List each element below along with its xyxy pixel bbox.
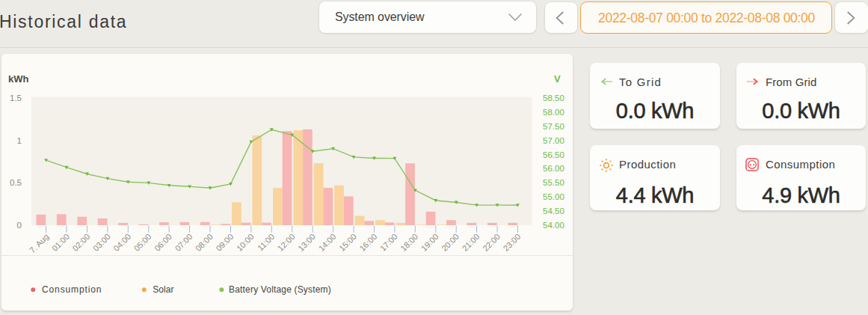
svg-text:7. Aug: 7. Aug <box>28 232 51 255</box>
svg-text:05:00: 05:00 <box>132 232 153 253</box>
svg-text:20:00: 20:00 <box>440 232 461 253</box>
svg-text:16:00: 16:00 <box>357 232 378 253</box>
svg-text:Consumption: Consumption <box>42 284 102 295</box>
svg-text:55.50: 55.50 <box>543 178 564 187</box>
svg-text:10:00: 10:00 <box>235 232 256 253</box>
svg-text:0: 0 <box>17 221 22 230</box>
svg-text:08:00: 08:00 <box>194 232 215 253</box>
svg-text:55.00: 55.00 <box>543 192 564 201</box>
svg-text:1.5: 1.5 <box>10 94 22 103</box>
svg-text:01:00: 01:00 <box>50 232 71 253</box>
svg-text:14:00: 14:00 <box>317 232 338 253</box>
svg-text:09:00: 09:00 <box>214 232 235 253</box>
svg-text:23:00: 23:00 <box>501 232 522 253</box>
svg-text:54.50: 54.50 <box>543 207 564 215</box>
svg-text:12:00: 12:00 <box>276 232 297 253</box>
svg-text:56.50: 56.50 <box>543 150 564 159</box>
svg-text:17:00: 17:00 <box>378 232 399 253</box>
svg-text:11:00: 11:00 <box>256 232 276 252</box>
svg-text:13:00: 13:00 <box>296 232 317 253</box>
svg-text:15:00: 15:00 <box>337 232 358 253</box>
svg-text:0.5: 0.5 <box>10 178 22 187</box>
svg-text:54.00: 54.00 <box>543 221 564 230</box>
svg-text:06:00: 06:00 <box>153 232 173 253</box>
svg-text:04:00: 04:00 <box>111 232 132 253</box>
svg-text:58.50: 58.50 <box>543 94 564 103</box>
svg-text:Solar: Solar <box>153 284 173 295</box>
svg-text:18:00: 18:00 <box>398 232 419 253</box>
svg-text:Battery Voltage (System): Battery Voltage (System) <box>229 284 331 295</box>
svg-text:19:00: 19:00 <box>419 232 440 253</box>
svg-text:22:00: 22:00 <box>481 232 502 253</box>
svg-text:21:00: 21:00 <box>461 232 481 253</box>
svg-text:57.50: 57.50 <box>543 122 564 131</box>
svg-text:07:00: 07:00 <box>173 232 194 253</box>
svg-text:58.00: 58.00 <box>543 108 564 117</box>
svg-text:03:00: 03:00 <box>91 232 112 253</box>
svg-text:1: 1 <box>17 136 22 145</box>
svg-text:56.00: 56.00 <box>543 164 564 173</box>
svg-text:57.00: 57.00 <box>543 136 564 145</box>
svg-text:02:00: 02:00 <box>70 232 91 253</box>
